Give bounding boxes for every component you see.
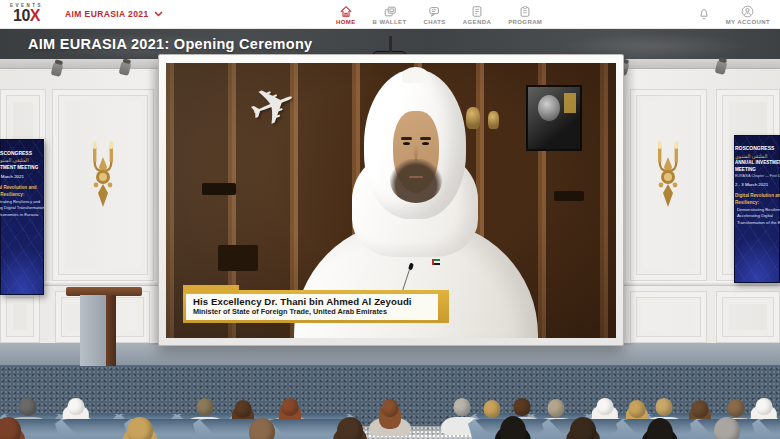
- framed-portrait: [526, 85, 582, 151]
- event-banner-left: ROSCONGRESS الملتقى السنوي INVESTMENT ME…: [0, 139, 44, 295]
- chevron-down-icon: [154, 11, 163, 17]
- virtual-event-app: EVENTS 10X AIM EURASIA 2021 HOME B WALLE…: [0, 0, 780, 439]
- wainscot-panel: [0, 291, 40, 343]
- nav-label: CHATS: [423, 19, 445, 25]
- speaker-beard: [390, 159, 442, 203]
- audience-member: [695, 417, 760, 439]
- nav-label: PROGRAM: [508, 19, 542, 25]
- nav-label: AGENDA: [463, 19, 491, 25]
- header-right: MY ACCOUNT: [698, 0, 770, 29]
- wainscot-panel: [630, 291, 707, 343]
- audience-member: [230, 418, 295, 439]
- my-account-button[interactable]: MY ACCOUNT: [726, 5, 770, 25]
- logo-10x-text: 10X: [10, 8, 43, 24]
- events-10x-logo[interactable]: EVENTS 10X: [10, 4, 43, 25]
- uae-flag-pin: [432, 259, 440, 265]
- home-icon: [339, 5, 353, 18]
- wainscot-panel: [716, 291, 780, 343]
- audience-member: [108, 417, 173, 439]
- chats-icon: [428, 5, 442, 18]
- speaker-lower-third: His Excellency Dr. Thani bin Ahmed Al Ze…: [183, 290, 449, 323]
- shelf-trophy: [466, 107, 480, 129]
- top-navbar: EVENTS 10X AIM EURASIA 2021 HOME B WALLE…: [0, 0, 780, 29]
- nav-label: HOME: [336, 19, 356, 25]
- user-icon: [741, 5, 754, 18]
- audience-area: [0, 366, 780, 439]
- audience-member: [318, 417, 383, 439]
- nav-item-home[interactable]: HOME: [336, 5, 356, 25]
- speaker-role: Minister of State of Foreign Trade, Unit…: [193, 307, 438, 316]
- live-video-player[interactable]: ✈: [166, 63, 616, 338]
- virtual-auditorium: AIM EURASIA 2021: Opening Ceremony: [0, 29, 780, 439]
- speaker-name: His Excellency Dr. Thani bin Ahmed Al Ze…: [193, 296, 438, 307]
- main-nav: HOME B WALLET CHATS AGENDA PROGRAM: [336, 0, 542, 29]
- my-account-label: MY ACCOUNT: [726, 19, 770, 25]
- nav-item-agenda[interactable]: AGENDA: [463, 5, 491, 25]
- stage-screen: ✈: [158, 54, 624, 346]
- audience-member: [0, 417, 41, 439]
- event-selector-dropdown[interactable]: AIM EURASIA 2021: [65, 9, 163, 19]
- nav-item-b-wallet[interactable]: B WALLET: [373, 5, 407, 25]
- program-icon: [518, 5, 532, 18]
- audience-member: [551, 417, 616, 439]
- audience-member: [628, 418, 693, 439]
- page-title: AIM EURASIA 2021: Opening Ceremony: [28, 36, 312, 52]
- wall-sconce-right: [651, 137, 685, 217]
- event-banner-right: ROSCONGRESS الملتقى السنوي ANNUAL INVEST…: [734, 135, 780, 283]
- event-selector-label: AIM EURASIA 2021: [65, 9, 149, 19]
- agenda-icon: [470, 5, 484, 18]
- nav-label: B WALLET: [373, 19, 407, 25]
- notifications-bell-icon[interactable]: [698, 8, 710, 21]
- nav-item-program[interactable]: PROGRAM: [508, 5, 542, 25]
- wallet-icon: [383, 5, 397, 18]
- wall-sconce-left: [86, 137, 120, 217]
- audience-member: [481, 416, 546, 439]
- shelf-trophy: [488, 111, 499, 129]
- nav-item-chats[interactable]: CHATS: [423, 5, 445, 25]
